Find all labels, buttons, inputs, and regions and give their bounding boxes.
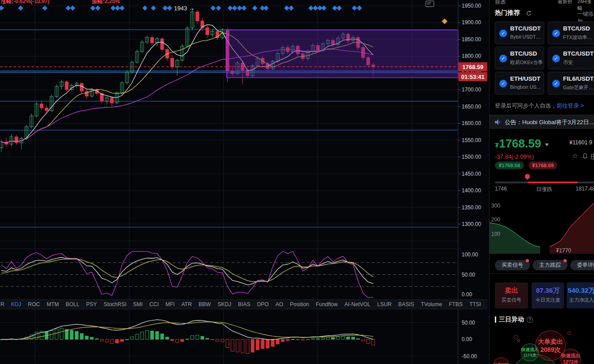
attention-card[interactable]: 87.36万 今日关注度 xyxy=(532,282,564,308)
macd-bar xyxy=(336,337,340,339)
activity-bubble[interactable]: 放量下跌 xyxy=(493,357,509,364)
candle xyxy=(196,12,199,21)
tab-ao[interactable]: AO xyxy=(275,301,283,308)
sidebar: 自选 最新价 24H涨幅 热门推荐 一键添加 ✓ BTC/USDT Bybit … xyxy=(489,0,594,364)
macd-panel[interactable]: 50.000.00-50.00 xyxy=(0,309,487,364)
go-login-link[interactable]: 前往登录 > xyxy=(557,103,584,109)
signal-diamond-icon xyxy=(357,5,362,10)
signal-diamond-icon xyxy=(263,5,268,10)
trading-app: 1943 →涨幅:-0.62%(-10.97)振幅:2.25%1950.0019… xyxy=(0,0,594,364)
signal-diamond-icon xyxy=(336,5,341,10)
tab-mtm[interactable]: MTM xyxy=(47,301,59,308)
signal-diamond-icon xyxy=(115,5,120,10)
pair-card-0[interactable]: ✓ BTC/USDT Bybit USDT… xyxy=(495,22,544,44)
refresh-icon[interactable] xyxy=(525,10,532,18)
tab-ftbs[interactable]: FTBS xyxy=(449,301,463,308)
svg-text:1450.00: 1450.00 xyxy=(462,171,481,177)
price-change: -37.84(-2.09%) xyxy=(495,153,534,160)
svg-text:1850.00: 1850.00 xyxy=(462,36,481,43)
tab-smi[interactable]: SMI xyxy=(133,301,143,308)
chevron-down-icon[interactable] xyxy=(545,143,549,146)
pair-venue: 币安 xyxy=(563,59,573,66)
tab-tvolume[interactable]: TVolume xyxy=(421,301,442,308)
macd-bar xyxy=(75,331,79,339)
favorite-star-icon[interactable]: ☆ xyxy=(572,152,578,160)
check-icon: ✓ xyxy=(499,80,507,87)
activity-bubble[interactable]: 快速流出1273次 xyxy=(560,349,581,364)
tab-psy[interactable]: PSY xyxy=(86,301,97,308)
pair-card-2[interactable]: ✓ BTC/USD 欧易OKEx当季 xyxy=(495,47,544,69)
tab-fundflow[interactable]: Fundflow xyxy=(316,301,338,308)
tab-trade-signal[interactable]: 买卖信号 xyxy=(495,260,530,270)
tab-order-detail[interactable]: 委单详情 xyxy=(570,260,594,270)
depth-chart[interactable] xyxy=(489,197,594,254)
tab-watchlist[interactable]: 自选 xyxy=(495,0,506,6)
macd-bar xyxy=(236,339,239,352)
notification-dot xyxy=(526,259,529,262)
signal-diamond-icon xyxy=(313,5,318,10)
macd-bar xyxy=(211,339,214,340)
macd-bar xyxy=(90,337,93,339)
price-chart[interactable]: 1943 →涨幅:-0.62%(-10.97)振幅:2.25%1950.0019… xyxy=(0,0,487,299)
pair-card-4[interactable]: ✓ ETH/USDT Bingbon US… xyxy=(495,72,544,95)
signal-diamond-icon xyxy=(18,5,23,10)
tab-kdj[interactable]: KDJ xyxy=(11,301,22,308)
tab-position[interactable]: Position xyxy=(290,301,309,308)
pair-name: ETH/USDT xyxy=(510,75,541,82)
pair-card-3[interactable]: ✓ BTC/USDT 币安 xyxy=(548,47,594,69)
pair-venue: Bybit USDT… xyxy=(510,34,541,39)
check-icon: ✓ xyxy=(499,55,507,62)
candle xyxy=(110,98,114,103)
tab-bias[interactable]: BIAS xyxy=(238,301,250,308)
check-icon: ✓ xyxy=(552,55,560,62)
tab-skdj[interactable]: SKDJ xyxy=(218,301,231,308)
login-hint-text: 登录后可同步个人自选， xyxy=(495,103,557,109)
macd-bar xyxy=(306,339,310,340)
pair-venue: 欧易OKEx当季 xyxy=(510,59,543,66)
macd-bar xyxy=(115,339,118,343)
signal-card[interactable]: 卖出 买卖信号 xyxy=(495,282,528,308)
pair-card-1[interactable]: ✓ BTC/USD FTX波动率… xyxy=(548,22,594,44)
activity-bubble[interactable]: 快速流入1171次 xyxy=(521,343,539,361)
tab-main-force[interactable]: 主力跟踪 xyxy=(533,260,568,270)
svg-text:1500.00: 1500.00 xyxy=(462,154,481,160)
attention-label: 今日关注度 xyxy=(532,297,564,303)
range-low: 1746 xyxy=(495,186,507,192)
notification-dot xyxy=(563,259,567,262)
range-pin-icon[interactable] xyxy=(524,173,531,180)
tab-basis[interactable]: BASIS xyxy=(398,301,414,308)
bubble-ring xyxy=(514,335,518,339)
tab-ai-netvol[interactable]: AI-NetVOL xyxy=(345,301,371,308)
alert-bell-icon[interactable] xyxy=(582,153,588,161)
macd-bar xyxy=(256,339,259,350)
tab-cci[interactable]: CCI xyxy=(149,301,159,308)
tab-atr[interactable]: ATR xyxy=(181,301,192,308)
announcement-bar[interactable]: 公告：Huobi Global将于3月22日… xyxy=(489,115,594,129)
data-grid-icon[interactable] xyxy=(591,153,594,161)
tab-bbw[interactable]: BBW xyxy=(199,301,211,308)
svg-text:1550.00: 1550.00 xyxy=(462,137,481,143)
signal-diamond-icon xyxy=(288,5,293,10)
pair-card-5[interactable]: ✓ FIL6/USDT Gate芝麻开… xyxy=(548,72,594,95)
tab-dpo[interactable]: DPO xyxy=(257,301,269,308)
macd-bar xyxy=(231,339,234,351)
macd-bar xyxy=(332,338,335,339)
macd-bar xyxy=(346,337,349,339)
macd-bar xyxy=(131,337,134,339)
signal-value: 卖出 xyxy=(495,286,528,295)
tab-roc[interactable]: ROC xyxy=(28,301,40,308)
tab-stochrsi[interactable]: StochRSI xyxy=(104,301,127,308)
netflow-card[interactable]: 540.32万 主力净流入 xyxy=(567,282,594,308)
help-icon[interactable]: ? xyxy=(527,316,533,323)
tab-mfi[interactable]: MFI xyxy=(166,301,175,308)
tab-boll[interactable]: BOLL xyxy=(66,301,79,308)
tab-ttsi[interactable]: TTSI xyxy=(469,301,481,308)
tab-lsur[interactable]: LSUR xyxy=(377,301,392,308)
tab-r[interactable]: R xyxy=(0,301,4,308)
last-price[interactable]: ₮1768.59 xyxy=(495,137,549,151)
macd-bar xyxy=(166,337,169,339)
signal-diamond-icon xyxy=(0,5,4,10)
day-range-slider[interactable] xyxy=(495,182,594,183)
macd-bar xyxy=(367,339,370,343)
macd-bar xyxy=(105,339,109,342)
